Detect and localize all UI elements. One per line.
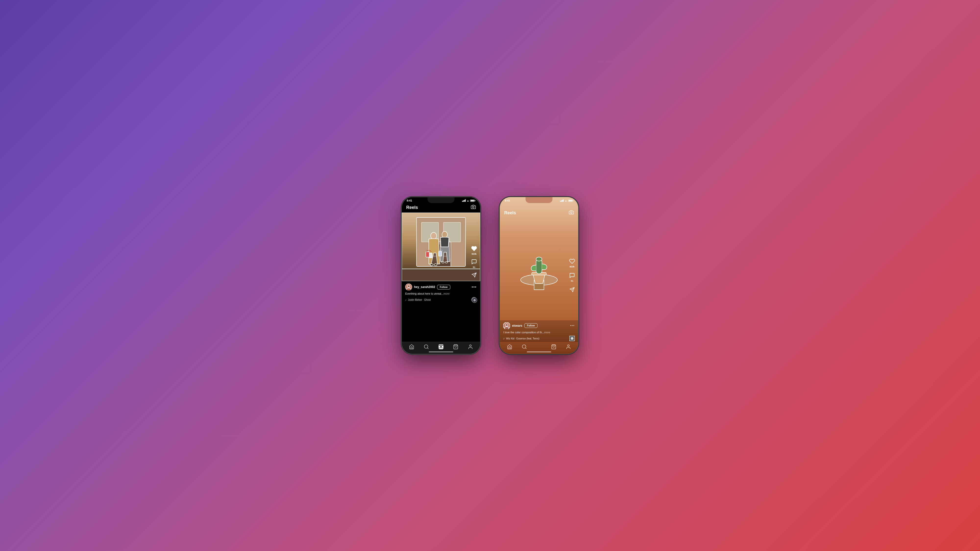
- nav-reels-1[interactable]: [438, 344, 444, 349]
- share-button-1[interactable]: [470, 272, 478, 279]
- bottom-info-1: hey_sarah2002 Follow ••• Everthing about…: [402, 281, 480, 342]
- heart-icon-1: [470, 245, 478, 252]
- music-disc-2: [570, 336, 575, 341]
- cactus-svg: [505, 232, 573, 301]
- share-icon-2: [568, 286, 576, 294]
- battery-icon-2: [568, 200, 573, 202]
- music-row-2: ♪ Wiz Kid · Essence (feat. Tems): [503, 336, 575, 341]
- like-count-2: 823k: [570, 265, 574, 268]
- nav-shop-1[interactable]: [453, 344, 458, 349]
- phone-2: 9:41 ▲: [500, 197, 578, 354]
- nav-profile-1[interactable]: [468, 344, 473, 349]
- user-left-2: eloears Follow: [503, 322, 538, 329]
- camera-button-2[interactable]: [569, 210, 574, 216]
- phone-2-wrapper: 9:41 ▲: [500, 197, 578, 354]
- comment-count-1: 51: [473, 266, 475, 268]
- battery-icon-1: [470, 200, 475, 202]
- follow-button-1[interactable]: Follow: [437, 285, 450, 289]
- svg-point-18: [445, 262, 448, 263]
- top-nav-2: Reels: [500, 208, 578, 218]
- scene-svg-1: [402, 213, 480, 281]
- svg-point-51: [506, 324, 508, 326]
- svg-rect-9: [402, 269, 480, 281]
- svg-point-23: [406, 288, 411, 291]
- cactus-scene-container: [500, 213, 578, 320]
- comment-icon-1: [470, 258, 478, 265]
- svg-point-55: [571, 338, 573, 339]
- svg-point-66: [568, 345, 569, 346]
- svg-point-37: [571, 212, 572, 214]
- status-time-2: 9:41: [505, 199, 510, 202]
- video-area-1[interactable]: 823k 51: [402, 213, 480, 281]
- svg-rect-11: [426, 252, 429, 257]
- nav-title-1: Reels: [406, 205, 418, 210]
- username-2: eloears: [512, 324, 522, 327]
- phones-container: 9:41 ▲ Reels: [402, 197, 578, 354]
- home-indicator-2: [527, 351, 551, 353]
- music-note-2: ♪: [503, 337, 505, 340]
- username-1: hey_sarah2002: [414, 285, 435, 289]
- video-actions-1: 823k 51: [470, 245, 478, 279]
- nav-home-1[interactable]: [409, 344, 414, 349]
- user-left-1: hey_sarah2002 Follow: [405, 284, 450, 291]
- avatar-1[interactable]: [405, 284, 412, 291]
- music-artist-2: Wiz Kid · Essence (feat. Tems): [506, 337, 539, 340]
- home-indicator-1: [429, 351, 453, 353]
- camera-button-1[interactable]: [471, 205, 476, 211]
- nav-profile-2[interactable]: [566, 344, 571, 349]
- svg-point-36: [469, 345, 471, 346]
- more-button-1[interactable]: •••: [472, 285, 477, 289]
- svg-point-16: [434, 264, 437, 266]
- svg-point-29: [440, 346, 442, 348]
- status-time-1: 9:41: [407, 199, 412, 202]
- avatar-2[interactable]: [503, 322, 510, 329]
- comment-count-2: 51: [571, 279, 573, 282]
- svg-rect-12: [429, 253, 432, 258]
- user-row-1: hey_sarah2002 Follow •••: [405, 284, 477, 291]
- music-disc-1: [471, 297, 477, 302]
- share-icon-1: [470, 272, 478, 279]
- status-icons-1: ▲: [462, 199, 475, 202]
- comment-icon-2: [568, 272, 576, 279]
- like-button-2[interactable]: 823k: [568, 257, 576, 268]
- comment-button-2[interactable]: 51: [568, 272, 576, 282]
- status-icons-2: ▲: [560, 199, 573, 202]
- follow-button-2[interactable]: Follow: [524, 323, 538, 328]
- caption-1: Everthing about here is unreal...more: [405, 292, 477, 295]
- signal-icon-1: [462, 199, 466, 202]
- phone-content-1: 823k 51: [402, 213, 480, 342]
- notch-2: [525, 197, 552, 203]
- svg-line-57: [525, 348, 526, 349]
- more-button-2[interactable]: •••: [570, 324, 575, 327]
- svg-point-15: [430, 264, 433, 266]
- video-scene-1: [402, 213, 480, 281]
- svg-point-0: [473, 206, 474, 208]
- comment-button-1[interactable]: 51: [470, 258, 478, 268]
- nav-title-2: Reels: [504, 210, 516, 216]
- svg-point-25: [474, 300, 475, 301]
- music-artist-1: Justin Bieber · Ghost: [408, 299, 431, 301]
- nav-shop-2[interactable]: [551, 344, 557, 349]
- svg-point-52: [504, 327, 509, 329]
- music-info-1: ♪ Justin Bieber · Ghost: [405, 299, 431, 301]
- wifi-icon-1: ▲: [467, 199, 469, 202]
- svg-point-22: [407, 285, 410, 287]
- nav-home-2[interactable]: [507, 344, 512, 349]
- like-button-1[interactable]: 823k: [470, 245, 478, 255]
- svg-rect-14: [439, 251, 442, 256]
- wifi-icon-2: ▲: [565, 199, 567, 202]
- user-row-2: eloears Follow •••: [503, 322, 575, 329]
- nav-search-2[interactable]: [522, 344, 527, 349]
- svg-point-13: [442, 232, 447, 238]
- svg-rect-41: [536, 259, 542, 274]
- nav-search-1[interactable]: [423, 344, 429, 349]
- bottom-overlay-2: eloears Follow ••• I love the color comp…: [500, 320, 578, 342]
- music-info-2: ♪ Wiz Kid · Essence (feat. Tems): [503, 337, 539, 340]
- share-button-2[interactable]: [568, 286, 576, 294]
- caption-2: I love the color composition of th...mor…: [503, 330, 575, 334]
- svg-line-27: [427, 348, 428, 349]
- video-actions-2: 823k 51: [568, 257, 576, 294]
- top-nav-1: Reels: [402, 203, 480, 213]
- notch: [428, 197, 455, 203]
- phone-1: 9:41 ▲ Reels: [402, 197, 480, 354]
